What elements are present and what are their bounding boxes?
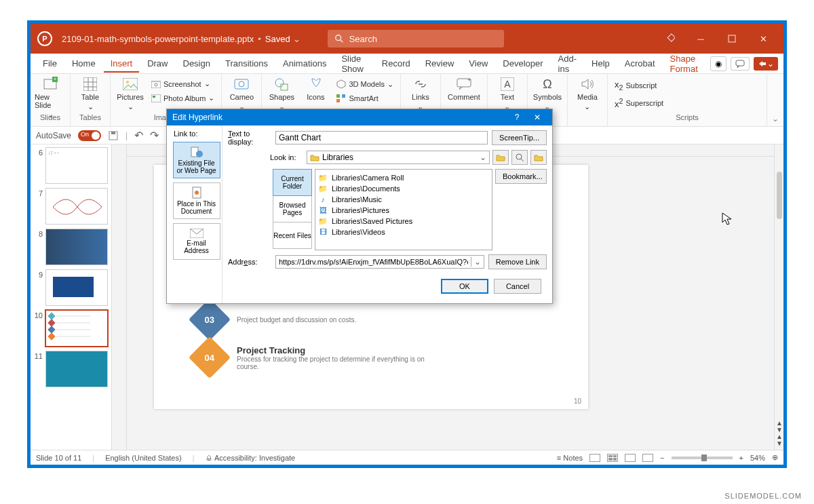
close-button[interactable]: ✕: [750, 29, 777, 48]
status-accessibility[interactable]: 🕭 Accessibility: Investigate: [206, 454, 296, 462]
current-folder-tab[interactable]: Current Folder: [273, 169, 312, 196]
address-input[interactable]: [276, 256, 471, 268]
dialog-title: Edit Hyperlink: [172, 113, 222, 122]
linkto-existing-file[interactable]: Existing File or Web Page: [173, 142, 220, 178]
remove-link-button[interactable]: Remove Link: [488, 254, 547, 269]
menu-animations[interactable]: Animations: [276, 54, 333, 73]
text-button[interactable]: A Text⌄: [492, 77, 523, 111]
textbox-icon: A: [501, 77, 514, 91]
slideshow-view-button[interactable]: [642, 454, 653, 462]
icons-button[interactable]: Icons: [300, 77, 331, 101]
list-item[interactable]: 📁Libraries\Saved Pictures: [318, 216, 489, 227]
recent-files-tab[interactable]: Recent Files: [273, 222, 312, 249]
thumbnail-7[interactable]: [45, 188, 108, 225]
smartart-button[interactable]: SmartArt: [334, 93, 396, 104]
vertical-scrollbar[interactable]: ▲▼▲▼: [774, 144, 783, 450]
pictures-button[interactable]: Pictures⌄: [115, 77, 146, 111]
status-slide-count[interactable]: Slide 10 of 11: [36, 454, 81, 462]
linkto-place-in-doc[interactable]: Place in This Document: [173, 182, 220, 219]
save-icon[interactable]: [108, 130, 119, 141]
table-button[interactable]: Table⌄: [75, 77, 106, 111]
cameo-button[interactable]: Cameo⌄: [226, 77, 257, 111]
share-button[interactable]: ⌄: [754, 57, 778, 71]
up-folder-button[interactable]: [492, 150, 509, 165]
text-to-display-input[interactable]: [275, 131, 488, 144]
list-item[interactable]: 🎞Libraries\Videos: [318, 227, 489, 237]
fit-to-window-button[interactable]: ⊕: [772, 453, 778, 462]
dialog-help-button[interactable]: ?: [507, 113, 526, 122]
link-icon: [413, 79, 428, 90]
menu-record[interactable]: Record: [375, 54, 417, 73]
menu-home[interactable]: Home: [65, 54, 102, 73]
menu-acrobat[interactable]: Acrobat: [618, 54, 662, 73]
menu-file[interactable]: File: [36, 54, 64, 73]
list-item[interactable]: 📁Libraries\Camera Roll: [318, 172, 489, 183]
list-item[interactable]: ♪Libraries\Music: [318, 194, 489, 205]
linkto-email[interactable]: E-mail Address: [173, 223, 220, 260]
menu-draw[interactable]: Draw: [140, 54, 174, 73]
slide-sorter-button[interactable]: [607, 454, 618, 462]
3d-models-button[interactable]: 3D Models ⌄: [334, 78, 396, 90]
file-list[interactable]: 📁Libraries\Camera Roll 📁Libraries\Docume…: [315, 169, 492, 250]
status-language[interactable]: English (United States): [105, 454, 182, 462]
menu-insert[interactable]: Insert: [104, 54, 140, 73]
svg-point-20: [239, 81, 244, 87]
bookmark-button[interactable]: Bookmark...: [495, 169, 547, 184]
browsed-pages-tab[interactable]: Browsed Pages: [273, 195, 312, 222]
thumbnail-11[interactable]: [45, 351, 108, 387]
maximize-button[interactable]: [718, 29, 745, 48]
redo-button[interactable]: ↷: [150, 129, 159, 142]
shapes-button[interactable]: Shapes⌄: [266, 77, 297, 111]
reading-view-button[interactable]: [625, 454, 636, 462]
record-icon[interactable]: ◉: [710, 56, 726, 71]
search-box[interactable]: Search: [328, 30, 504, 47]
diamond-icon[interactable]: [656, 29, 683, 48]
saved-status: Saved: [265, 34, 290, 44]
thumbnail-6[interactable]: ∫ ∑ + ÷: [45, 147, 108, 184]
address-dropdown-button[interactable]: ⌄: [471, 257, 484, 267]
menu-help[interactable]: Help: [585, 54, 617, 73]
comment-icon: +: [457, 78, 471, 90]
media-button[interactable]: Media⌄: [572, 77, 603, 111]
superscript-button[interactable]: x2 Superscript: [612, 96, 666, 111]
list-item[interactable]: 📁Libraries\Documents: [318, 183, 489, 194]
notes-button[interactable]: ≡ Notes: [557, 454, 583, 462]
screenshot-button[interactable]: Screenshot ⌄: [149, 78, 217, 90]
zoom-slider[interactable]: [672, 457, 733, 459]
thumbnail-9[interactable]: [45, 269, 108, 306]
autosave-toggle[interactable]: On: [78, 130, 101, 141]
photo-album-button[interactable]: Photo Album ⌄: [149, 92, 217, 104]
undo-button[interactable]: ↶: [134, 129, 143, 142]
list-item[interactable]: 🖼Libraries\Pictures: [318, 205, 489, 216]
globe-file-icon: [190, 146, 204, 158]
ok-button[interactable]: OK: [441, 279, 488, 294]
ribbon-collapse-icon[interactable]: ⌄: [767, 74, 783, 126]
screentip-button[interactable]: ScreenTip...: [492, 130, 547, 145]
comments-pane-icon[interactable]: [731, 57, 750, 71]
menu-developer[interactable]: Developer: [496, 54, 549, 73]
group-slides: Slides: [31, 113, 70, 121]
menu-review[interactable]: Review: [419, 54, 461, 73]
symbols-button[interactable]: Ω Symbols⌄: [532, 77, 563, 111]
browse-web-button[interactable]: [511, 150, 528, 165]
thumbnail-8[interactable]: [45, 229, 108, 265]
links-button[interactable]: Links⌄: [405, 77, 436, 111]
subscript-button[interactable]: x2 Subscript: [612, 78, 666, 93]
pictures-icon: 🖼: [318, 206, 328, 215]
autosave-label: AutoSave: [36, 131, 71, 140]
cancel-button[interactable]: Cancel: [494, 279, 541, 294]
look-in-dropdown[interactable]: Libraries ⌄: [307, 151, 490, 164]
zoom-out-button[interactable]: −: [660, 454, 664, 462]
menu-transitions[interactable]: Transitions: [218, 54, 275, 73]
zoom-in-button[interactable]: +: [739, 454, 743, 462]
menu-view[interactable]: View: [462, 54, 495, 73]
dialog-close-button[interactable]: ✕: [528, 113, 547, 122]
browse-file-button[interactable]: [530, 150, 547, 165]
zoom-level[interactable]: 54%: [750, 454, 765, 462]
minimize-button[interactable]: ─: [687, 29, 714, 48]
thumbnail-10[interactable]: [45, 310, 108, 347]
normal-view-button[interactable]: [589, 454, 600, 462]
mouse-cursor-icon: [722, 212, 733, 226]
menu-design[interactable]: Design: [176, 54, 217, 73]
comment-button[interactable]: + Comment: [445, 77, 483, 101]
